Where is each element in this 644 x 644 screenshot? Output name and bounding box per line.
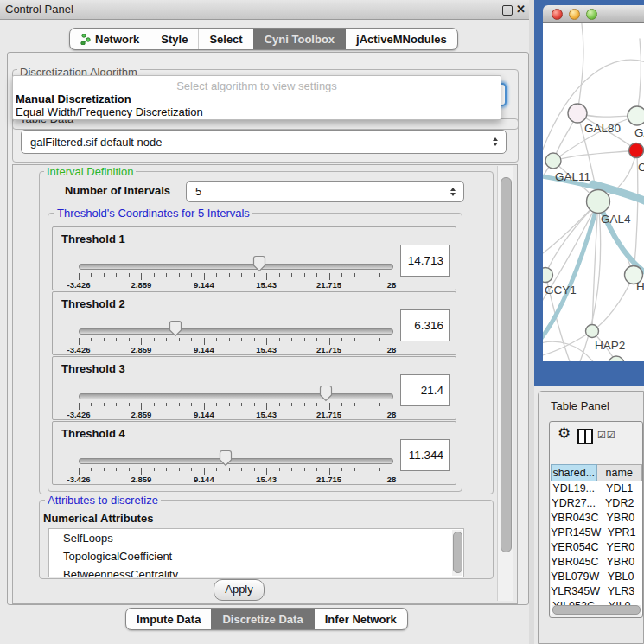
close-icon[interactable]: ✕ bbox=[516, 0, 526, 19]
tab-impute-data[interactable]: Impute Data bbox=[126, 609, 211, 629]
tick-label: -3.426 bbox=[67, 345, 91, 354]
threshold-value-field[interactable]: 21.4 bbox=[400, 374, 450, 406]
tab-infer-network[interactable]: Infer Network bbox=[314, 609, 407, 629]
tab-network[interactable]: Network bbox=[70, 29, 150, 49]
threshold-value-field[interactable]: 14.713 bbox=[400, 245, 450, 277]
slider-thumb[interactable] bbox=[169, 320, 182, 337]
attribute-list-item[interactable]: BetweennessCentrality bbox=[49, 565, 463, 577]
attribute-list-item[interactable]: SelfLoops bbox=[49, 529, 463, 547]
bottom-tab-bar: Impute DataDiscretize DataInfer Network bbox=[125, 608, 408, 630]
tick-mark bbox=[191, 468, 192, 471]
table-cell: YDL1 bbox=[596, 481, 642, 496]
tab-discretize-data[interactable]: Discretize Data bbox=[211, 609, 313, 629]
mac-minimize-icon[interactable] bbox=[569, 9, 580, 20]
table-row[interactable]: YBR043CYBR0 bbox=[551, 511, 642, 526]
threshold-value-field[interactable]: 11.344 bbox=[400, 439, 450, 471]
tick-mark bbox=[79, 273, 80, 280]
graph-node[interactable] bbox=[586, 325, 599, 338]
list-vertical-scrollbar[interactable] bbox=[452, 530, 462, 576]
tick-mark bbox=[367, 468, 367, 471]
table-row[interactable]: YPR145WYPR1 bbox=[551, 526, 642, 540]
tick-label: 28 bbox=[387, 410, 397, 419]
slider-track[interactable] bbox=[79, 328, 393, 335]
tick-mark bbox=[279, 273, 280, 277]
combo-arrows-icon bbox=[450, 188, 456, 196]
tick-label: 15.43 bbox=[256, 280, 277, 290]
table-data-combobox[interactable]: galFiltered.sif default node bbox=[21, 130, 507, 154]
tick-label: 15.43 bbox=[256, 410, 277, 419]
table-cell: YER054C bbox=[551, 540, 599, 555]
slider-track[interactable] bbox=[79, 458, 393, 464]
tab-select[interactable]: Select bbox=[198, 29, 252, 49]
node-label: GAL4 bbox=[601, 213, 631, 226]
graph-edge[interactable] bbox=[577, 23, 583, 113]
mac-zoom-icon[interactable] bbox=[586, 9, 597, 20]
combo-arrows-icon bbox=[493, 137, 498, 146]
scrollbar-thumb[interactable] bbox=[453, 532, 462, 573]
dropdown-option[interactable]: Manual Discretization bbox=[16, 92, 131, 105]
gear-icon[interactable]: ⚙ bbox=[558, 426, 571, 441]
tick-mark bbox=[304, 468, 305, 471]
tick-mark bbox=[141, 403, 142, 410]
attribute-list-item[interactable]: TopologicalCoefficient bbox=[49, 547, 463, 565]
slider-track[interactable] bbox=[79, 264, 393, 270]
tick-mark bbox=[191, 338, 192, 341]
tick-mark bbox=[316, 338, 317, 341]
number-of-intervals-combobox[interactable]: 5 bbox=[186, 181, 464, 202]
numerical-attributes-list[interactable]: SelfLoopsTopologicalCoefficientBetweenne… bbox=[48, 528, 464, 577]
tick-mark bbox=[379, 273, 380, 277]
slider-thumb[interactable] bbox=[252, 255, 266, 272]
threshold-value-field[interactable]: 6.316 bbox=[400, 309, 450, 341]
graph-node[interactable] bbox=[628, 106, 644, 125]
scrollbar-thumb[interactable] bbox=[501, 177, 512, 552]
tick-mark bbox=[367, 403, 367, 406]
table-row[interactable]: YBR045CYBR0 bbox=[551, 555, 642, 570]
tick-mark bbox=[179, 338, 180, 341]
tick-mark bbox=[79, 468, 80, 475]
mac-close-icon[interactable] bbox=[552, 9, 563, 20]
graph-node[interactable] bbox=[609, 356, 624, 361]
graph-node[interactable] bbox=[587, 190, 610, 214]
tick-mark bbox=[141, 468, 142, 475]
tick-mark bbox=[191, 403, 192, 406]
slider-thumb[interactable] bbox=[219, 450, 233, 467]
graph-node[interactable] bbox=[543, 268, 553, 283]
graph-node[interactable] bbox=[629, 143, 644, 158]
scrollbar-thumb[interactable] bbox=[552, 605, 641, 615]
table-row[interactable]: YER054CYER0 bbox=[551, 540, 642, 555]
dropdown-option[interactable]: Equal Width/Frequency Discretization bbox=[16, 105, 203, 118]
table-row[interactable]: YLR345WYLR3 bbox=[551, 584, 642, 599]
settings-vertical-scrollbar[interactable] bbox=[497, 166, 513, 601]
split-columns-icon[interactable] bbox=[577, 429, 593, 444]
graph-edge[interactable] bbox=[545, 201, 598, 275]
tick-mark bbox=[91, 468, 92, 471]
node-label: GAL11 bbox=[555, 170, 590, 183]
tick-mark bbox=[266, 403, 267, 410]
tab-label: Discretize Data bbox=[222, 613, 303, 626]
tick-mark bbox=[392, 403, 392, 410]
graph-edge[interactable] bbox=[637, 39, 641, 116]
column-header[interactable]: shared... bbox=[551, 464, 597, 481]
tab-cyni-toolbox[interactable]: Cyni Toolbox bbox=[253, 29, 345, 49]
graph-node[interactable] bbox=[568, 104, 587, 123]
select-columns-icon[interactable]: ☑☑ bbox=[597, 430, 616, 441]
float-window-icon[interactable] bbox=[502, 5, 513, 16]
tick-mark bbox=[316, 273, 317, 277]
table-row[interactable]: YDR27...YDR2 bbox=[551, 496, 642, 511]
apply-button[interactable]: Apply bbox=[214, 579, 265, 601]
table-horizontal-scrollbar[interactable] bbox=[552, 605, 641, 614]
tick-mark bbox=[266, 468, 267, 475]
table-cell: YPR145W bbox=[551, 526, 601, 540]
tick-mark bbox=[154, 468, 155, 471]
table-row[interactable]: YBL079WYBL0 bbox=[551, 570, 642, 584]
slider-thumb[interactable] bbox=[319, 385, 333, 402]
tab-jactivemnodules[interactable]: jActiveMNodules bbox=[345, 29, 457, 49]
network-canvas[interactable]: GAL80GACGAL11GAL4GCY1HHAP2 bbox=[543, 23, 644, 361]
slider-track[interactable] bbox=[79, 393, 393, 399]
column-header[interactable]: name bbox=[597, 464, 643, 481]
table-row[interactable]: YDL19...YDL1 bbox=[551, 481, 642, 496]
graph-node[interactable] bbox=[545, 153, 561, 169]
tab-style[interactable]: Style bbox=[150, 29, 198, 49]
threshold-row: Threshold 1-3.4262.8599.14415.4321.71528… bbox=[52, 226, 456, 290]
tick-mark bbox=[367, 338, 367, 341]
